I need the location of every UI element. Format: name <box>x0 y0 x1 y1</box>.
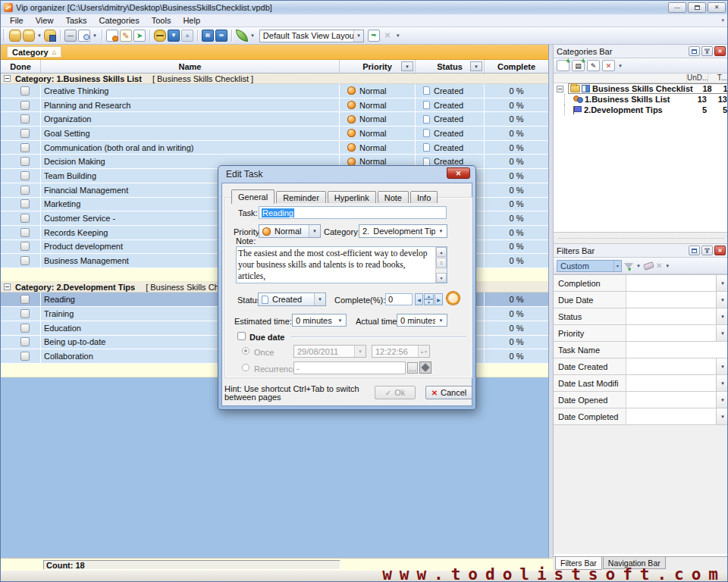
done-checkbox[interactable] <box>20 129 30 138</box>
priority-filter-button[interactable]: ▼ <box>401 61 413 71</box>
add-list-icon[interactable] <box>557 60 570 71</box>
priority-combo-dropdown-icon[interactable]: ▼ <box>309 225 320 237</box>
move-down-icon[interactable]: ▼ <box>168 30 180 42</box>
filter-row[interactable]: Due Date ▼ <box>554 292 728 308</box>
task-priority-cell[interactable]: Normal <box>340 112 416 126</box>
done-checkbox[interactable] <box>20 228 30 237</box>
group-by-category-chip[interactable]: Category △ <box>7 46 61 58</box>
done-checkbox[interactable] <box>20 324 30 333</box>
filter-dropdown-button[interactable]: ▼ <box>716 325 728 341</box>
done-checkbox[interactable] <box>20 143 30 152</box>
close-panel-button[interactable]: ✕ <box>714 246 726 255</box>
open-database-icon[interactable] <box>23 30 35 42</box>
note-textarea[interactable]: The easiest and the most cost-efficient … <box>236 246 447 283</box>
scroll-thumb[interactable]: ≡ <box>436 258 447 268</box>
task-complete-cell[interactable]: 0 % <box>485 307 548 321</box>
status-filter-button[interactable]: ▼ <box>470 61 482 71</box>
spin-down-icon[interactable]: ▼ <box>424 299 434 305</box>
priority-combo[interactable]: Normal ▼ <box>259 224 321 238</box>
task-status-cell[interactable]: Created <box>416 112 485 126</box>
task-complete-cell[interactable]: 0 % <box>485 211 548 225</box>
table-row[interactable]: Planning and Research Normal Created 0 % <box>1 99 548 113</box>
pin-panel-button[interactable] <box>701 246 713 255</box>
once-radio[interactable] <box>242 347 249 355</box>
task-name-cell[interactable]: Creative Thinking <box>41 84 340 98</box>
column-complete[interactable]: Complete <box>485 60 548 73</box>
menu-help[interactable]: Help <box>177 15 206 27</box>
task-complete-cell[interactable]: 0 % <box>485 99 548 112</box>
open-database-dropdown-icon[interactable]: ▼ <box>37 33 42 38</box>
done-checkbox[interactable] <box>20 186 30 195</box>
task-complete-cell[interactable]: 0 % <box>485 127 548 140</box>
recurrence-radio[interactable] <box>242 364 249 371</box>
actual-dropdown-icon[interactable]: ▼ <box>435 314 447 326</box>
task-complete-cell[interactable]: 0 % <box>485 84 548 98</box>
recurrence-browse-button[interactable]: … <box>407 362 418 374</box>
menu-view[interactable]: View <box>30 15 60 27</box>
task-complete-cell[interactable]: 0 % <box>485 349 548 363</box>
move-up-icon[interactable]: ▲ <box>181 30 193 42</box>
ok-button[interactable]: ✓ Ok <box>375 386 416 399</box>
task-status-cell[interactable]: Created <box>416 99 485 112</box>
menu-tools[interactable]: Tools <box>146 15 177 27</box>
complete-input[interactable]: 0 <box>385 293 413 305</box>
recurrence-diamond-button[interactable] <box>419 361 431 374</box>
view-notes-icon[interactable] <box>154 30 166 42</box>
spin-left-icon[interactable]: ◀ <box>415 293 423 305</box>
done-checkbox[interactable] <box>20 352 30 361</box>
scroll-down-icon[interactable]: ▼ <box>436 273 447 283</box>
task-priority-cell[interactable]: Normal <box>340 141 416 155</box>
duplicate-task-icon[interactable]: ➤ <box>133 30 146 42</box>
delete-filter-icon[interactable]: ✕ <box>656 261 662 270</box>
column-total[interactable]: T... <box>708 74 728 83</box>
task-complete-cell[interactable]: 0 % <box>485 293 548 306</box>
task-name-cell[interactable]: Planning and Research <box>41 99 340 112</box>
delete-category-icon[interactable]: ✕ <box>602 60 615 71</box>
task-status-cell[interactable]: Created <box>416 141 485 155</box>
group-header-1[interactable]: Category: 1.Business Skills List [ Busin… <box>1 74 548 84</box>
filter-value-cell[interactable] <box>626 358 716 374</box>
edit-category-icon[interactable]: ✎ <box>587 60 600 71</box>
table-row[interactable]: Communication (both oral and in writing)… <box>1 141 548 155</box>
filter-dropdown-button[interactable]: ▼ <box>716 375 728 391</box>
task-complete-cell[interactable]: 0 % <box>485 321 548 335</box>
task-complete-cell[interactable]: 0 % <box>485 112 548 126</box>
recurrence-input[interactable]: - <box>293 361 406 374</box>
task-complete-cell[interactable]: 0 % <box>485 183 548 197</box>
filter-row[interactable]: Status ▼ <box>554 308 728 325</box>
apply-layout-icon[interactable]: ➥ <box>368 30 380 42</box>
estimated-time-combo[interactable]: 0 minutes ▼ <box>292 314 347 327</box>
layout-dropdown-icon[interactable]: ▼ <box>396 33 400 38</box>
done-checkbox[interactable] <box>20 171 30 180</box>
tree-item-checklist[interactable]: Business Skills Checklist 18 18 <box>554 83 728 94</box>
new-task-icon[interactable] <box>106 30 118 42</box>
done-checkbox[interactable] <box>20 309 30 318</box>
restore-button[interactable] <box>688 2 706 13</box>
spin-right-icon[interactable]: ▶ <box>435 293 443 305</box>
done-checkbox[interactable] <box>20 157 30 166</box>
task-complete-cell[interactable]: 0 % <box>485 254 548 268</box>
task-priority-cell[interactable]: Normal <box>340 99 416 112</box>
leaf-icon[interactable] <box>236 30 248 42</box>
delete-layout-icon[interactable]: ✕ <box>381 30 394 42</box>
due-date-checkbox[interactable] <box>237 332 246 340</box>
column-priority[interactable]: Priority ▼ <box>340 60 416 73</box>
collapse-icon[interactable] <box>557 86 563 92</box>
print-dropdown-icon[interactable]: ▼ <box>93 33 97 38</box>
float-panel-button[interactable] <box>689 246 700 255</box>
task-complete-cell[interactable]: 0 % <box>485 141 548 155</box>
collapse-all-icon[interactable]: ≃ <box>215 30 228 42</box>
filter-preset-combo[interactable]: Custom ▼ <box>557 260 622 272</box>
edit-task-icon[interactable]: ✎ <box>120 30 132 42</box>
column-undone[interactable]: UnD... <box>686 74 708 83</box>
tab-general[interactable]: General <box>231 189 275 204</box>
collapse-group-icon[interactable] <box>4 283 11 290</box>
filter-value-cell[interactable] <box>626 308 716 324</box>
layout-combo-dropdown-icon[interactable]: ▼ <box>353 30 363 42</box>
print-icon[interactable] <box>64 30 77 42</box>
tab-info[interactable]: Info <box>410 191 438 203</box>
new-database-icon[interactable] <box>9 30 21 42</box>
filter-row[interactable]: Date Created ▼ <box>554 358 728 375</box>
leaf-dropdown-icon[interactable]: ▼ <box>250 33 255 38</box>
done-checkbox[interactable] <box>20 86 30 95</box>
